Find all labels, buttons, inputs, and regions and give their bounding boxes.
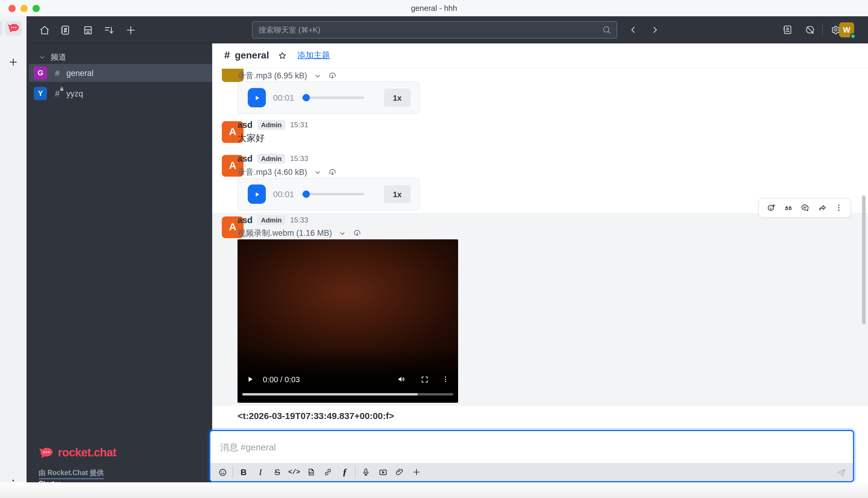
- do-not-disturb-button[interactable]: [801, 16, 818, 43]
- favorite-star-icon[interactable]: [278, 50, 288, 61]
- sidebar-item-general[interactable]: G # general: [29, 64, 212, 82]
- toolbar-divider: [233, 466, 233, 478]
- attach-file-button[interactable]: [391, 463, 408, 481]
- composer-placeholder: 消息 #general: [220, 442, 276, 454]
- collapse-chevron-icon[interactable]: [313, 72, 322, 80]
- message-composer: 消息 #general B I S </> ƒ: [209, 430, 854, 482]
- playback-rate-button[interactable]: 1x: [384, 89, 411, 107]
- search-input[interactable]: [253, 26, 602, 34]
- download-icon[interactable]: [328, 71, 337, 80]
- fullscreen-button[interactable]: [420, 375, 429, 384]
- avatar-initial: W: [843, 25, 851, 34]
- composer-toolbar: B I S </> ƒ: [210, 463, 853, 481]
- username[interactable]: asd: [238, 120, 253, 130]
- video-progress-bar[interactable]: [242, 393, 453, 395]
- more-actions-button[interactable]: [834, 203, 844, 212]
- link-button[interactable]: [319, 463, 336, 481]
- add-server-button[interactable]: [0, 54, 27, 70]
- video-more-button[interactable]: [441, 375, 450, 383]
- home-icon: [39, 24, 51, 36]
- audio-seek-slider[interactable]: [302, 193, 364, 195]
- thread-icon: [800, 202, 810, 213]
- message-time: 15:33: [290, 154, 308, 163]
- username[interactable]: asd: [238, 154, 253, 163]
- add-reaction-button[interactable]: [766, 202, 776, 213]
- channel-title: general: [235, 50, 269, 61]
- home-button[interactable]: [36, 16, 53, 43]
- download-icon[interactable]: [352, 229, 362, 238]
- volume-button[interactable]: [397, 375, 406, 384]
- audio-seek-slider[interactable]: [302, 96, 364, 99]
- code-block-button[interactable]: [303, 463, 319, 481]
- do-not-disturb-icon: [804, 24, 815, 36]
- audio-play-button[interactable]: [248, 184, 266, 204]
- playback-rate-button[interactable]: 1x: [384, 185, 411, 203]
- forward-button[interactable]: [817, 202, 827, 213]
- search-box[interactable]: [252, 21, 617, 39]
- katex-button[interactable]: ƒ: [336, 463, 353, 481]
- quote-button[interactable]: [783, 203, 793, 212]
- composer-plus-button[interactable]: [408, 463, 425, 481]
- navbar-divider: [822, 24, 823, 36]
- powered-by-link[interactable]: 由 Rocket.Chat 提供: [39, 469, 104, 479]
- rocketchat-branding: rocket.chat: [39, 446, 116, 459]
- emoji-icon: [217, 467, 228, 477]
- sort-icon: [103, 24, 115, 36]
- reply-in-thread-button[interactable]: [800, 202, 810, 213]
- workspace-button[interactable]: [5, 21, 22, 36]
- sort-button[interactable]: [101, 16, 118, 43]
- message-header: asd Admin 15:31: [238, 120, 308, 130]
- microphone-icon: [361, 467, 371, 477]
- window-bottom-edge: [0, 482, 868, 498]
- app-window: general - hhh ⋮: [0, 0, 868, 498]
- channel-avatar: G: [34, 66, 47, 80]
- slider-thumb[interactable]: [303, 191, 310, 198]
- video-player[interactable]: 0:00 / 0:03: [238, 239, 458, 403]
- sidebar: 频道 G # general Y # yyzq rocket.chat: [27, 43, 212, 498]
- italic-button[interactable]: I: [252, 463, 269, 481]
- emoji-button[interactable]: [214, 463, 231, 481]
- bold-button[interactable]: B: [235, 463, 252, 481]
- download-icon[interactable]: [328, 168, 337, 177]
- video-play-button[interactable]: [246, 375, 254, 383]
- chevron-left-icon: [628, 25, 638, 35]
- paperclip-icon: [395, 467, 404, 477]
- message-input[interactable]: 消息 #general: [210, 431, 853, 464]
- plus-icon: [412, 467, 421, 477]
- quote-icon: [783, 203, 793, 212]
- audio-play-button[interactable]: [248, 88, 266, 107]
- rocketchat-wordmark: rocket.chat: [58, 446, 116, 459]
- scrollbar-thumb[interactable]: [862, 195, 866, 324]
- video-message-button[interactable]: [374, 463, 391, 481]
- kebab-icon: [834, 203, 844, 212]
- lock-icon: [60, 87, 64, 91]
- video-progress-fill: [242, 393, 417, 395]
- history-back-button[interactable]: [625, 16, 641, 43]
- user-avatar[interactable]: W: [839, 22, 854, 37]
- send-button[interactable]: [836, 467, 847, 479]
- inline-code-button[interactable]: </>: [286, 463, 303, 481]
- chat-header: # general 添加主题: [212, 43, 868, 68]
- video-controls: 0:00 / 0:03: [238, 370, 458, 388]
- audio-message-button[interactable]: [358, 463, 374, 481]
- marketplace-button[interactable]: [80, 16, 96, 43]
- strikethrough-button[interactable]: S: [269, 463, 286, 481]
- collapse-chevron-icon[interactable]: [338, 229, 347, 238]
- contacts-icon: [782, 24, 793, 36]
- play-icon: [246, 375, 254, 383]
- directory-button[interactable]: [57, 16, 74, 43]
- channels-section-header[interactable]: 频道: [39, 52, 66, 63]
- slider-thumb[interactable]: [303, 94, 310, 101]
- collapse-chevron-icon[interactable]: [313, 168, 322, 176]
- create-new-button[interactable]: [122, 16, 139, 43]
- add-topic-link[interactable]: 添加主题: [297, 50, 330, 61]
- username[interactable]: asd: [238, 215, 253, 225]
- sidebar-item-yyzq[interactable]: Y # yyzq: [29, 84, 212, 103]
- contacts-button[interactable]: [779, 16, 796, 43]
- online-status-dot: [850, 33, 856, 39]
- role-badge: Admin: [257, 120, 285, 130]
- message-header: asd Admin 15:33: [238, 215, 308, 225]
- message-list[interactable]: 录音.mp3 (6.95 kB) 00:01 1x A asd: [212, 69, 868, 430]
- rocketchat-logo-icon: [7, 23, 19, 34]
- history-forward-button[interactable]: [646, 16, 663, 43]
